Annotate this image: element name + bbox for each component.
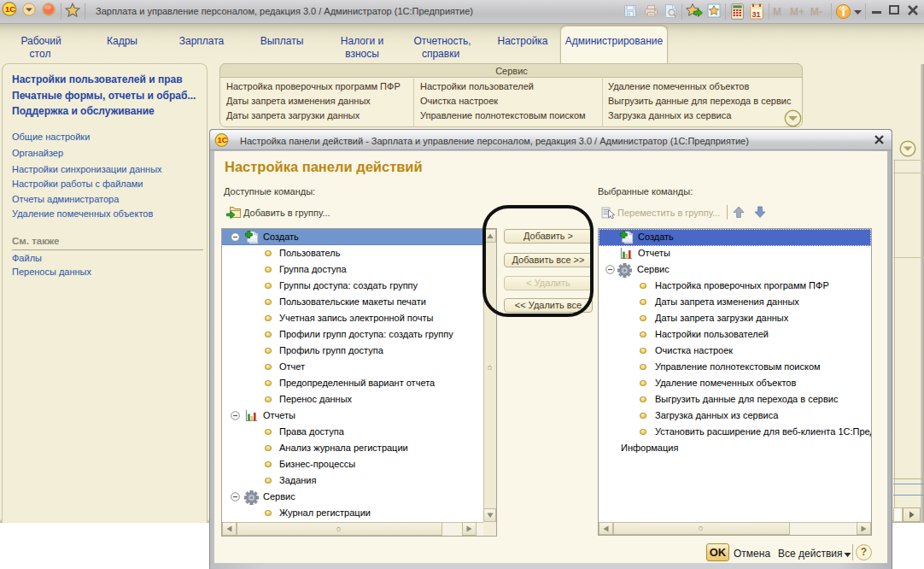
svg-text:1С: 1С	[218, 136, 228, 144]
svg-text:31: 31	[752, 10, 761, 19]
svg-text:1С: 1С	[5, 4, 15, 14]
